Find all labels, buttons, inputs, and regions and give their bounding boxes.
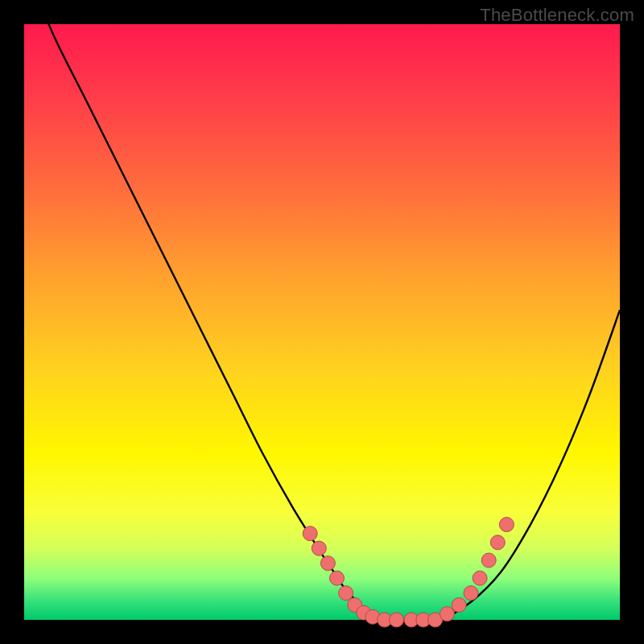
- highlight-dot: [490, 535, 505, 550]
- highlight-dots: [303, 518, 514, 627]
- watermark-text: TheBottleneck.com: [480, 5, 634, 26]
- highlight-dot: [481, 553, 496, 568]
- bottleneck-curve: [24, 0, 620, 621]
- plot-area: [24, 24, 620, 620]
- highlight-dot: [499, 518, 514, 532]
- highlight-dot: [452, 598, 466, 613]
- highlight-dot: [440, 607, 454, 621]
- highlight-dot: [464, 586, 478, 601]
- chart-svg: [24, 24, 620, 620]
- highlight-dot: [390, 613, 404, 627]
- highlight-dot: [320, 556, 335, 571]
- highlight-dot: [303, 526, 317, 541]
- highlight-dot: [312, 541, 326, 555]
- highlight-dot: [330, 571, 345, 585]
- chart-frame: TheBottleneck.com: [0, 0, 644, 644]
- highlight-dot: [473, 571, 487, 585]
- highlight-dot: [339, 586, 353, 601]
